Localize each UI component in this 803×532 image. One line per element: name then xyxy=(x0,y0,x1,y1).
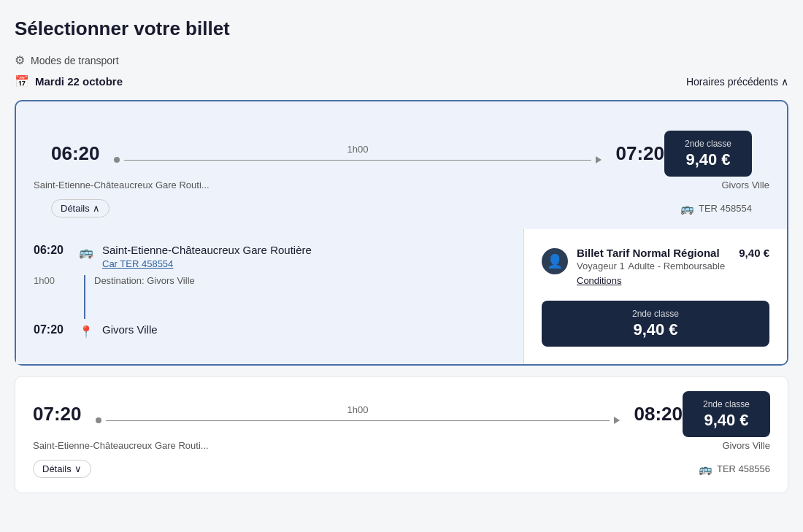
fare-right-price: 9,40 € xyxy=(739,247,769,259)
details-label-2: Détails xyxy=(42,463,72,474)
station-arrive-1: Givors Ville xyxy=(721,180,769,190)
route-arrow-2 xyxy=(614,417,620,424)
bus-icon-1: 🚌 xyxy=(680,202,694,215)
fare-title: Billet Tarif Normal Régional xyxy=(577,247,720,259)
prev-schedules-button[interactable]: Horaires précédents ∧ xyxy=(686,76,788,88)
expanded-left-1: 06:20 🚌 Saint-Etienne-Châteaucreux Gare … xyxy=(16,229,524,364)
arrive-time-2: 08:20 xyxy=(631,403,683,425)
fare-person-row: 👤 Billet Tarif Normal Régional 9,40 € Vo… xyxy=(542,247,769,286)
fare-type: Adulte - Remboursable xyxy=(628,261,725,271)
calendar-icon: 📅 xyxy=(15,74,29,88)
trip-destination-text: Destination: Givors Ville xyxy=(94,274,195,286)
fare-price-row: Billet Tarif Normal Régional 9,40 € xyxy=(577,247,769,259)
train-number-label-1: TER 458554 xyxy=(699,203,752,214)
train-number-2: 🚌 TER 458556 xyxy=(699,463,770,476)
price-class-1: 2nde classe xyxy=(685,139,731,149)
depart-time-2: 07:20 xyxy=(33,403,84,425)
person-icon: 👤 xyxy=(542,248,568,274)
arrive-time-1: 07:20 xyxy=(613,142,664,165)
fare-price-value: 9,40 € xyxy=(556,320,755,339)
date-label: 📅 Mardi 22 octobre xyxy=(15,74,123,88)
train-card-2: 07:20 1h00 08:20 2nde classe 9,40 € Sain… xyxy=(15,376,788,493)
prev-schedules-label: Horaires précédents xyxy=(686,76,778,88)
transport-modes-row: ⚙ Modes de transport xyxy=(15,53,788,67)
chevron-up-icon: ∧ xyxy=(781,76,788,88)
fare-info-text: Billet Tarif Normal Régional 9,40 € Voya… xyxy=(577,247,769,286)
fare-conditions-link[interactable]: Conditions xyxy=(577,275,769,286)
chevron-down-icon-details: ∨ xyxy=(74,463,82,474)
card-footer-2: Détails ∨ 🚌 TER 458556 xyxy=(33,460,770,478)
chevron-up-icon-details: ∧ xyxy=(93,203,100,214)
details-button-1[interactable]: Détails ∧ xyxy=(51,199,110,217)
price-class-2: 2nde classe xyxy=(703,399,750,409)
train-card-1: 06:20 1h00 07:20 2nde classe 9,40 € Sain… xyxy=(15,100,788,366)
trip-depart-row: 06:20 🚌 Saint-Etienne-Châteaucreux Gare … xyxy=(34,244,506,269)
date-row: 📅 Mardi 22 octobre Horaires précédents ∧ xyxy=(15,74,788,88)
trip-arrive-station: Givors Ville xyxy=(102,323,158,336)
price-value-1: 9,40 € xyxy=(679,150,737,169)
route-dot-start-1 xyxy=(114,157,120,163)
transport-icon: ⚙ xyxy=(15,53,25,67)
details-label-1: Détails xyxy=(61,203,90,214)
fare-price-button[interactable]: 2nde classe 9,40 € xyxy=(542,301,769,347)
fare-price-class: 2nde classe xyxy=(632,309,679,319)
station-arrive-2: Givors Ville xyxy=(722,440,770,451)
trip-middle: 1h00 Destination: Givors Ville xyxy=(34,274,506,319)
duration-1: 1h00 xyxy=(347,144,369,155)
time-route-2: 07:20 1h00 08:20 xyxy=(33,403,683,425)
trip-train-link[interactable]: Car TER 458554 xyxy=(102,258,312,269)
location-icon: 📍 xyxy=(79,325,93,339)
station-depart-2: Saint-Etienne-Châteaucreux Gare Routi... xyxy=(33,440,209,451)
route-dot-start-2 xyxy=(96,417,101,423)
bus-icon-2: 🚌 xyxy=(699,463,712,476)
price-button-1[interactable]: 2nde classe 9,40 € xyxy=(664,131,752,177)
price-button-2[interactable]: 2nde classe 9,40 € xyxy=(683,391,770,437)
route-arrow-1 xyxy=(596,156,602,163)
trip-arrive-time: 07:20 xyxy=(34,323,70,336)
train-number-1: 🚌 TER 458554 xyxy=(680,202,752,215)
expanded-body-1: 06:20 🚌 Saint-Etienne-Châteaucreux Gare … xyxy=(16,229,787,364)
time-route-1: 06:20 1h00 07:20 xyxy=(51,142,664,165)
station-row-1: Saint-Etienne-Châteaucreux Gare Routi...… xyxy=(34,180,769,190)
transport-modes-label[interactable]: Modes de transport xyxy=(31,55,119,66)
train-number-label-2: TER 458556 xyxy=(717,463,770,474)
trip-depart-station: Saint-Etienne-Châteaucreux Gare Routière xyxy=(102,244,312,256)
train-card-2-top: 07:20 1h00 08:20 2nde classe 9,40 € xyxy=(33,391,770,437)
depart-time-1: 06:20 xyxy=(51,142,102,165)
station-depart-1: Saint-Etienne-Châteaucreux Gare Routi... xyxy=(34,180,210,190)
price-value-2: 9,40 € xyxy=(697,411,756,430)
details-button-2[interactable]: Détails ∨ xyxy=(33,460,91,478)
fare-voyageur: Voyageur 1 xyxy=(577,261,625,271)
duration-2: 1h00 xyxy=(347,404,369,415)
card-footer-1: Détails ∧ 🚌 TER 458554 xyxy=(34,199,769,217)
route-line-segment-2 xyxy=(106,420,610,421)
bus-depart-icon: 🚌 xyxy=(79,245,93,259)
vertical-line xyxy=(79,274,85,319)
expanded-right-1: 👤 Billet Tarif Normal Régional 9,40 € Vo… xyxy=(524,229,787,364)
train-card-1-top: 06:20 1h00 07:20 2nde classe 9,40 € xyxy=(34,116,769,177)
trip-depart-time: 06:20 xyxy=(34,244,70,257)
route-line-segment-1 xyxy=(124,160,591,161)
route-line-2: 1h00 xyxy=(96,404,620,424)
date-text: Mardi 22 octobre xyxy=(35,75,123,88)
station-row-2: Saint-Etienne-Châteaucreux Gare Routi...… xyxy=(33,440,770,451)
trip-duration: 1h00 xyxy=(34,274,70,286)
page-title: Sélectionner votre billet xyxy=(15,18,788,40)
trip-arrive-row: 07:20 📍 Givors Ville xyxy=(34,323,506,339)
route-line-1: 1h00 xyxy=(114,144,602,163)
